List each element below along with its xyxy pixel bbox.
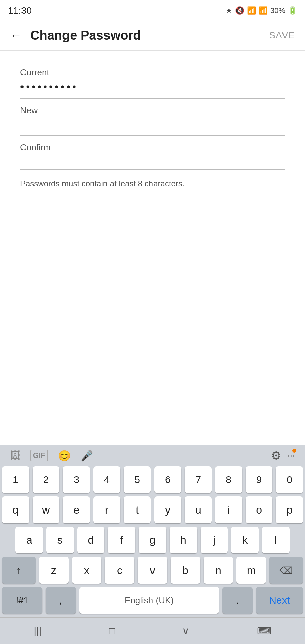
key-m[interactable]: m xyxy=(236,557,266,584)
recents-icon[interactable]: ∨ xyxy=(182,625,189,637)
key-2[interactable]: 2 xyxy=(33,466,60,493)
gif-icon[interactable]: GIF xyxy=(30,450,48,461)
new-password-group: New xyxy=(20,99,285,136)
confirm-password-group: Confirm xyxy=(20,136,285,170)
backspace-key[interactable]: ⌫ xyxy=(269,557,303,584)
new-label: New xyxy=(20,105,285,116)
key-e[interactable]: e xyxy=(63,496,90,523)
shift-icon: ↑ xyxy=(16,565,21,576)
page-title: Change Password xyxy=(30,28,141,43)
key-f[interactable]: f xyxy=(108,527,135,553)
signal-icon: 📶 xyxy=(259,6,268,15)
backspace-icon: ⌫ xyxy=(279,565,293,576)
key-x[interactable]: x xyxy=(72,557,101,584)
mic-icon[interactable]: 🎤 xyxy=(81,450,93,462)
bluetooth-icon: ★ xyxy=(226,6,232,15)
key-9[interactable]: 9 xyxy=(246,466,273,493)
key-w[interactable]: w xyxy=(33,496,60,523)
key-v[interactable]: v xyxy=(138,557,167,584)
settings-icon[interactable]: ⚙ xyxy=(271,449,281,462)
key-o[interactable]: o xyxy=(246,496,273,523)
status-bar: 11:30 ★ 🔇 📶 📶 30% 🔋 xyxy=(0,0,305,20)
key-r[interactable]: r xyxy=(93,496,121,523)
keyboard-area: 🖼 GIF 😊 🎤 ⚙ ··· 1 2 3 4 5 6 7 8 9 0 xyxy=(0,445,305,644)
mute-icon: 🔇 xyxy=(235,6,244,15)
period-key[interactable]: . xyxy=(222,587,253,614)
key-y[interactable]: y xyxy=(154,496,181,523)
key-3[interactable]: 3 xyxy=(63,466,90,493)
key-c[interactable]: c xyxy=(105,557,134,584)
key-g[interactable]: g xyxy=(139,527,166,553)
next-key[interactable]: Next xyxy=(256,587,303,614)
key-i[interactable]: i xyxy=(215,496,242,523)
letter-row-2: a s d f g h j k l xyxy=(2,527,303,553)
form-area: Current •••••••••• New Confirm Passwords… xyxy=(0,51,305,189)
toolbar-right: ⚙ ··· xyxy=(271,449,295,462)
toolbar-icons: 🖼 GIF 😊 🎤 xyxy=(10,450,93,462)
key-j[interactable]: j xyxy=(201,527,228,553)
new-password-value[interactable] xyxy=(20,118,285,133)
status-icons: ★ 🔇 📶 📶 30% 🔋 xyxy=(226,6,297,15)
key-k[interactable]: k xyxy=(231,527,259,553)
wifi-icon: 📶 xyxy=(247,6,256,15)
key-u[interactable]: u xyxy=(185,496,212,523)
home-icon[interactable]: □ xyxy=(109,625,115,637)
key-a[interactable]: a xyxy=(15,527,43,553)
number-row: 1 2 3 4 5 6 7 8 9 0 xyxy=(2,466,303,493)
nav-bar: ||| □ ∨ ⌨ xyxy=(0,617,305,644)
battery-icon: 🔋 xyxy=(288,6,297,15)
key-t[interactable]: t xyxy=(124,496,151,523)
key-1[interactable]: 1 xyxy=(2,466,29,493)
key-8[interactable]: 8 xyxy=(215,466,242,493)
key-s[interactable]: s xyxy=(46,527,74,553)
key-4[interactable]: 4 xyxy=(93,466,121,493)
key-n[interactable]: n xyxy=(204,557,233,584)
current-password-group: Current •••••••••• xyxy=(20,61,285,99)
bottom-row: !#1 , English (UK) . Next xyxy=(2,587,303,614)
shift-key[interactable]: ↑ xyxy=(2,557,36,584)
key-q[interactable]: q xyxy=(2,496,29,523)
confirm-divider xyxy=(20,169,285,170)
status-time: 11:30 xyxy=(8,5,32,16)
key-5[interactable]: 5 xyxy=(124,466,151,493)
current-password-value[interactable]: •••••••••• xyxy=(20,80,285,96)
comma-key[interactable]: , xyxy=(46,587,76,614)
keyboard-toggle-icon[interactable]: ⌨ xyxy=(257,625,271,637)
key-0[interactable]: 0 xyxy=(276,466,303,493)
sticker-icon[interactable]: 🖼 xyxy=(10,450,20,461)
symbols-key[interactable]: !#1 xyxy=(2,587,42,614)
letter-row-3: ↑ z x c v b n m ⌫ xyxy=(2,557,303,584)
key-b[interactable]: b xyxy=(171,557,200,584)
notification-dot xyxy=(292,449,296,453)
battery-text: 30% xyxy=(270,6,285,15)
current-label: Current xyxy=(20,67,285,78)
key-p[interactable]: p xyxy=(276,496,303,523)
space-key[interactable]: English (UK) xyxy=(79,587,219,614)
confirm-label: Confirm xyxy=(20,142,285,153)
letter-row-1: q w e r t y u i o p xyxy=(2,496,303,523)
key-z[interactable]: z xyxy=(39,557,69,584)
more-options-icon[interactable]: ··· xyxy=(287,450,295,461)
key-6[interactable]: 6 xyxy=(154,466,181,493)
app-bar: ← Change Password SAVE xyxy=(0,20,305,50)
back-button[interactable]: ← xyxy=(10,28,22,42)
key-d[interactable]: d xyxy=(77,527,105,553)
key-7[interactable]: 7 xyxy=(185,466,212,493)
key-h[interactable]: h xyxy=(170,527,197,553)
key-rows: 1 2 3 4 5 6 7 8 9 0 q w e r t y u i o p … xyxy=(0,465,305,614)
emoji-icon[interactable]: 😊 xyxy=(58,450,71,462)
keyboard-toolbar: 🖼 GIF 😊 🎤 ⚙ ··· xyxy=(0,445,305,465)
back-gesture-icon[interactable]: ||| xyxy=(34,625,41,637)
app-bar-left: ← Change Password xyxy=(10,28,141,43)
save-button[interactable]: SAVE xyxy=(269,30,295,41)
key-l[interactable]: l xyxy=(262,527,290,553)
password-hint: Passwords must contain at least 8 charac… xyxy=(20,179,285,189)
